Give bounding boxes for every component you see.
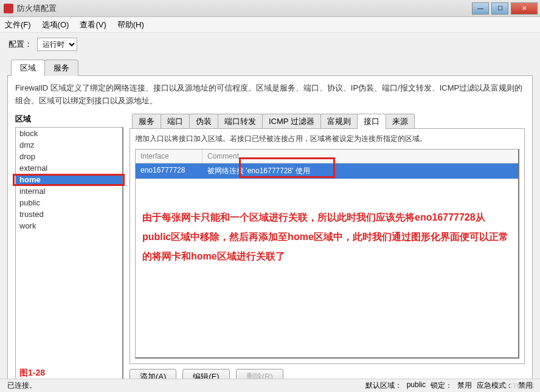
zone-item-home[interactable]: home [16,174,122,185]
menu-help[interactable]: 帮助(H) [117,19,144,30]
zone-item-external[interactable]: external [16,162,122,174]
sub-tabs: 服务 端口 伪装 端口转发 ICMP 过滤器 富规则 接口 来源 [132,114,525,129]
zone-item-work[interactable]: work [16,220,122,232]
subtab-icmp[interactable]: ICMP 过滤器 [262,114,321,129]
right-column: 服务 端口 伪装 端口转发 ICMP 过滤器 富规则 接口 来源 增加入口以将接… [130,114,525,385]
subtab-sources[interactable]: 来源 [386,114,415,129]
status-default-zone: public [407,380,426,391]
statusbar: 已连接。 默认区域： public 锁定： 禁用 应急模式： 禁用 [0,379,540,392]
figure-label: 图1-28 [19,368,45,379]
menu-file[interactable]: 文件(F) [5,19,31,30]
subtab-ports[interactable]: 端口 [161,114,190,129]
interfaces-table-header: Interface Comment [136,150,518,163]
menubar: 文件(F) 选项(O) 查看(V) 帮助(H) [0,17,540,33]
menu-view[interactable]: 查看(V) [80,19,106,30]
status-connected: 已连接。 [7,380,365,391]
window-controls: — ☐ ✕ [472,2,538,15]
interfaces-panel: 增加入口以将接口加入区域。若接口已经被连接占用，区域将被设定为连接所指定的区域。… [130,128,525,364]
subtab-portfwd[interactable]: 端口转发 [218,114,263,129]
zones-column: 区域 block dmz drop external home internal… [15,114,123,385]
subtab-services[interactable]: 服务 [132,114,161,129]
status-lock-value: 禁用 [457,380,472,391]
interfaces-table: Interface Comment eno16777728 被网络连接 'eno… [135,149,519,359]
zone-item-drop[interactable]: drop [16,151,122,162]
zone-description: FirewallD 区域定义了绑定的网络连接、接口以及源地址的可信程度。区域是服… [15,82,525,108]
header-interface: Interface [136,150,202,163]
tab-zone[interactable]: 区域 [11,60,45,76]
close-button[interactable]: ✕ [511,2,538,15]
watermark: 51CTO博客 [500,382,535,391]
app-icon [4,4,13,13]
zone-item-trusted[interactable]: trusted [16,208,122,220]
cell-interface: eno16777728 [136,163,202,179]
subtab-masq[interactable]: 伪装 [189,114,218,129]
status-lock-label: 锁定： [431,380,452,391]
header-comment: Comment [202,150,518,163]
cell-comment: 被网络连接 'eno16777728' 使用 [202,163,518,179]
tab-service[interactable]: 服务 [44,60,78,76]
menu-options[interactable]: 选项(O) [42,19,69,30]
interfaces-description: 增加入口以将接口加入区域。若接口已经被连接占用，区域将被设定为连接所指定的区域。 [135,134,519,144]
window-title: 防火墙配置 [17,3,472,14]
titlebar: 防火墙配置 — ☐ ✕ [0,0,540,17]
subtab-interfaces[interactable]: 接口 [357,114,386,129]
zone-item-public[interactable]: public [16,197,122,208]
main-panel: FirewallD 区域定义了绑定的网络连接、接口以及源地址的可信程度。区域是服… [7,75,533,391]
maximize-button[interactable]: ☐ [491,2,508,15]
config-select[interactable]: 运行时 [37,38,77,51]
zone-list[interactable]: block dmz drop external home internal pu… [15,127,123,385]
zone-item-internal[interactable]: internal [16,185,122,197]
config-label: 配置： [9,39,32,50]
config-row: 配置： 运行时 [0,33,540,56]
zones-label: 区域 [15,114,123,125]
minimize-button[interactable]: — [472,2,489,15]
main-tabs: 区域 服务 [11,60,540,76]
table-row[interactable]: eno16777728 被网络连接 'eno16777728' 使用 [136,163,518,179]
zone-item-block[interactable]: block [16,128,122,139]
subtab-rich[interactable]: 富规则 [320,114,358,129]
zone-item-dmz[interactable]: dmz [16,139,122,151]
status-default-zone-label: 默认区域： [365,380,402,391]
